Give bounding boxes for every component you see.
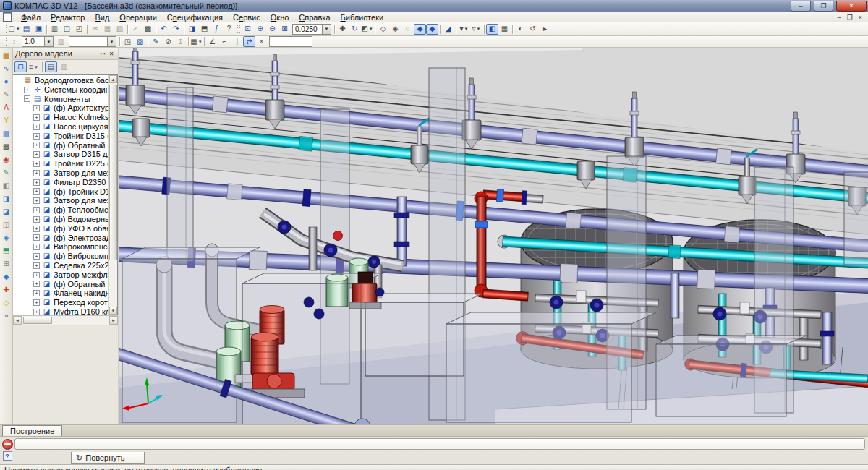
chevron-down-icon[interactable]: ▼ (198, 40, 203, 44)
print-preview[interactable]: ◫ (61, 24, 73, 35)
coords-xy[interactable]: × (255, 36, 268, 47)
zoom-out[interactable]: ⊖ (266, 24, 278, 35)
revolve-icon[interactable]: ◨ (0, 192, 13, 205)
tree-expand-toggle[interactable]: + (33, 262, 40, 269)
tree-expand-toggle[interactable]: + (33, 188, 40, 195)
close-button[interactable]: ✕ (836, 1, 867, 12)
doc-close-button[interactable]: × (859, 14, 862, 21)
erase[interactable]: ⊘ (162, 36, 174, 47)
scroll-right-icon[interactable]: ► (109, 316, 118, 325)
doc-restore-button[interactable]: ❐ (847, 14, 853, 21)
spline-icon[interactable]: ∿ (0, 62, 13, 74)
tree-expand-toggle[interactable]: + (33, 309, 40, 315)
open-document[interactable]: ▤ (20, 24, 33, 35)
tree-item[interactable]: +◪Переход короткий 225х (13, 298, 109, 307)
chevron-down-icon[interactable]: ▼ (322, 25, 331, 34)
tree-expand-toggle[interactable]: + (33, 105, 40, 111)
tree-item[interactable]: ▦Водоподготовка бассейна олим (13, 76, 109, 85)
toolbar-drag-handle[interactable] (3, 25, 7, 33)
properties-icon[interactable]: ▦ (0, 49, 13, 61)
rebuild-model[interactable]: ◐ (514, 24, 527, 35)
tree-expand-toggle[interactable]: + (33, 170, 40, 176)
interrupt-command-icon[interactable] (2, 439, 13, 450)
tree-expand-toggle[interactable]: + (33, 114, 40, 121)
menu-service[interactable]: Сервис (228, 13, 265, 22)
zoom-in[interactable]: ⊕ (254, 24, 266, 35)
tree-item[interactable]: +◪Виброкомпенсатор Ду (13, 242, 109, 252)
perspective[interactable]: ◢ (442, 24, 454, 35)
tree-item[interactable]: +◪(ф) УФО в обвязке (13, 224, 109, 234)
tree-expand-toggle[interactable]: + (33, 216, 40, 223)
tree-item[interactable]: +◪(ф) Виброкомпенсатор (13, 252, 109, 261)
scroll-thumb[interactable] (23, 317, 52, 324)
tree-expand-toggle[interactable]: + (33, 234, 40, 241)
scroll-down-icon[interactable]: ▼ (109, 307, 117, 315)
grid-icon[interactable]: ▩ (0, 140, 13, 153)
tree-scrollbar-vertical[interactable]: ▲ ▼ (109, 75, 117, 315)
tree-item[interactable]: −▤Компоненты (13, 95, 109, 104)
corner-angle[interactable]: ∠ (206, 36, 218, 47)
tree-sections[interactable]: ▤ (45, 61, 57, 72)
tree-item[interactable]: +◪(ф) Тройник D160 Сере (13, 187, 109, 197)
command-help-icon[interactable]: ? (3, 451, 12, 461)
context-help[interactable]: ? (223, 24, 235, 35)
tree-expand-toggle[interactable]: + (33, 124, 40, 130)
tree-item[interactable]: +◪(ф) Обратный клапан к (13, 141, 109, 150)
collections-icon[interactable]: ◉ (0, 153, 13, 166)
move-up[interactable]: ↥ (174, 36, 187, 47)
restore-button[interactable]: ❐ (814, 1, 833, 12)
tree-item[interactable]: +◪(ф) Электрозадвижка н (13, 234, 109, 243)
area-shade[interactable]: ▨ (134, 36, 146, 47)
constraint-icon[interactable]: ✚ (0, 283, 13, 296)
shaded[interactable]: ◆ (414, 24, 426, 35)
orientation[interactable]: ◩▼ (361, 24, 373, 35)
surface-icon[interactable]: ◆ (0, 270, 13, 283)
menu-view[interactable]: Вид (90, 13, 114, 22)
display-grating[interactable]: ▦ (498, 24, 511, 35)
scroll-left-icon[interactable]: ◄ (13, 316, 22, 325)
redo[interactable]: ↷ (170, 24, 182, 35)
tree-item[interactable]: +◪Насос циркуляционный (13, 122, 109, 132)
wireframe[interactable]: ◇ (377, 24, 389, 35)
strip-overflow-icon[interactable]: » (0, 309, 13, 322)
tree-relations[interactable]: ▥ (58, 61, 70, 72)
chevron-down-icon[interactable]: ▼ (107, 37, 116, 46)
grid-toggle[interactable]: ▦▼ (190, 36, 203, 47)
tree-expand-toggle[interactable]: + (33, 161, 40, 167)
undo[interactable]: ↶ (158, 24, 170, 35)
text-icon[interactable]: A (0, 101, 13, 114)
menu-libraries[interactable]: Библиотеки (336, 13, 389, 22)
pin-icon[interactable]: ⊶ (98, 49, 107, 58)
tree-expand-toggle[interactable]: + (24, 87, 30, 93)
sketch-icon[interactable]: ✎ (0, 166, 13, 179)
tree-expand-toggle[interactable]: + (33, 197, 40, 204)
sphere-icon[interactable]: ● (0, 75, 13, 87)
tree-item[interactable]: +✛Системы координат (13, 85, 109, 95)
shaded-with-edges[interactable]: ◆ (426, 24, 438, 35)
tree-item[interactable]: +◪Затвор D315 для межф (13, 150, 109, 159)
tree-scrollbar-horizontal[interactable]: ◄ ► (13, 315, 118, 325)
tree-item[interactable]: +◪(ф) Водомерный узел (13, 215, 109, 224)
cut-icon[interactable]: ◪ (0, 205, 13, 218)
attach-icon[interactable]: ✎ (0, 88, 13, 101)
state-combo[interactable]: ▼ (69, 36, 116, 47)
pan[interactable]: ✚ (336, 24, 349, 35)
scroll-thumb[interactable] (109, 85, 117, 260)
tree-expand-toggle[interactable]: + (33, 207, 40, 213)
tree-item[interactable]: +◪Фланец накидной Ду 20 (13, 289, 109, 298)
tree-expand-toggle[interactable]: + (33, 151, 40, 158)
close-panel-icon[interactable]: ✕ (107, 49, 116, 58)
menu-file[interactable]: Файл (16, 13, 46, 22)
functions[interactable]: ƒ (210, 24, 223, 35)
tree-item[interactable]: +◪Тройник D315 (x18) (13, 132, 109, 141)
zoom-scale-combo[interactable]: 0.0250▼ (292, 24, 331, 35)
parameters-icon[interactable]: Y (0, 114, 13, 127)
chevron-down-icon[interactable]: ▼ (44, 37, 53, 46)
chevron-down-icon[interactable]: ▼ (34, 65, 38, 69)
extrude-icon[interactable]: ◧ (0, 179, 13, 192)
tree-item[interactable]: +◪Затвор межфланцевы (13, 270, 109, 280)
document-icon[interactable]: ▤ (0, 127, 13, 140)
tree-item[interactable]: +◪(ф) Теплообменники в (13, 205, 109, 215)
cut[interactable]: ✂ (89, 24, 101, 35)
tree-item[interactable]: +◪Затвор для межфланце (13, 196, 109, 205)
